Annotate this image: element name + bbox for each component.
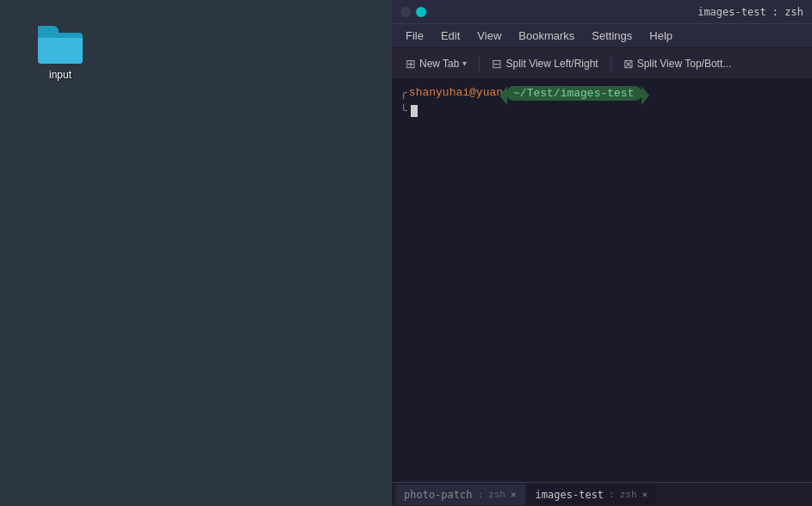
window-dot-1[interactable] <box>400 7 411 17</box>
toolbar-sep-1 <box>479 55 480 72</box>
prompt-path-container: ~/Test/images-test <box>506 86 642 101</box>
terminal-content[interactable]: ╭ shanyuhai@yuan ~/Test/images-test ╰ <box>392 79 812 482</box>
terminal-title-bar: images-test : zsh <box>392 0 812 24</box>
tab-photo-patch-label: photo-patch <box>404 489 472 501</box>
tab-images-test-label: images-test <box>536 489 604 501</box>
terminal-window: images-test : zsh File Edit View Bookmar… <box>392 0 812 506</box>
folder-graphic <box>38 26 83 64</box>
prompt-line: ╭ shanyuhai@yuan ~/Test/images-test <box>400 86 803 101</box>
split-lr-label: Split View Left/Right <box>505 58 598 70</box>
menu-bookmarks[interactable]: Bookmarks <box>511 28 581 44</box>
prompt-path: ~/Test/images-test <box>513 87 634 100</box>
tab-images-test-shell-name: zsh <box>620 489 637 500</box>
prompt-bracket: ╭ <box>400 86 407 100</box>
tab-photo-patch-shell: : <box>477 489 483 500</box>
new-tab-icon: ⊞ <box>406 57 416 71</box>
terminal-cursor <box>411 105 418 117</box>
prompt-bracket-2: ╰ <box>400 104 407 118</box>
menu-edit[interactable]: Edit <box>434 28 467 44</box>
window-dot-2[interactable] <box>416 7 426 17</box>
split-tb-button[interactable]: ⊠ Split View Top/Bott... <box>617 54 739 73</box>
toolbar: ⊞ New Tab ▾ ⊟ Split View Left/Right ⊠ Sp… <box>392 48 812 79</box>
desktop: input <box>0 0 392 506</box>
prompt-path-arrow-left <box>499 86 507 105</box>
split-lr-icon: ⊟ <box>492 57 502 71</box>
split-lr-button[interactable]: ⊟ Split View Left/Right <box>485 54 604 73</box>
prompt-user: shanyuhai@yuan <box>409 86 503 99</box>
prompt-path-bg: ~/Test/images-test <box>506 86 642 101</box>
menu-settings[interactable]: Settings <box>585 28 639 44</box>
tab-images-test-close[interactable]: ✕ <box>642 489 648 500</box>
split-tb-icon: ⊠ <box>623 57 634 71</box>
menu-view[interactable]: View <box>470 28 508 44</box>
toolbar-sep-2 <box>611 55 611 72</box>
new-tab-label: New Tab <box>419 58 459 70</box>
tab-images-test-sep: : <box>609 489 615 500</box>
menu-file[interactable]: File <box>399 28 431 44</box>
new-tab-button[interactable]: ⊞ New Tab ▾ <box>399 54 474 73</box>
tab-photo-patch[interactable]: photo-patch : zsh ✕ <box>395 484 525 505</box>
tab-photo-patch-shell-name: zsh <box>488 489 505 500</box>
folder-icon-input[interactable]: input <box>26 26 95 81</box>
terminal-title: images-test : zsh <box>697 6 803 18</box>
folder-label: input <box>49 69 71 81</box>
prompt-path-arrow-right <box>642 86 649 105</box>
menu-help[interactable]: Help <box>642 28 679 44</box>
tab-images-test[interactable]: images-test : zsh ✕ <box>527 484 657 505</box>
menu-bar: File Edit View Bookmarks Settings Help <box>392 24 812 48</box>
split-tb-label: Split View Top/Bott... <box>637 58 732 70</box>
tab-photo-patch-close[interactable]: ✕ <box>511 489 517 500</box>
tab-bar: photo-patch : zsh ✕ images-test : zsh ✕ <box>392 482 812 506</box>
cursor-line: ╰ <box>400 104 803 118</box>
new-tab-dropdown-arrow[interactable]: ▾ <box>462 59 467 68</box>
